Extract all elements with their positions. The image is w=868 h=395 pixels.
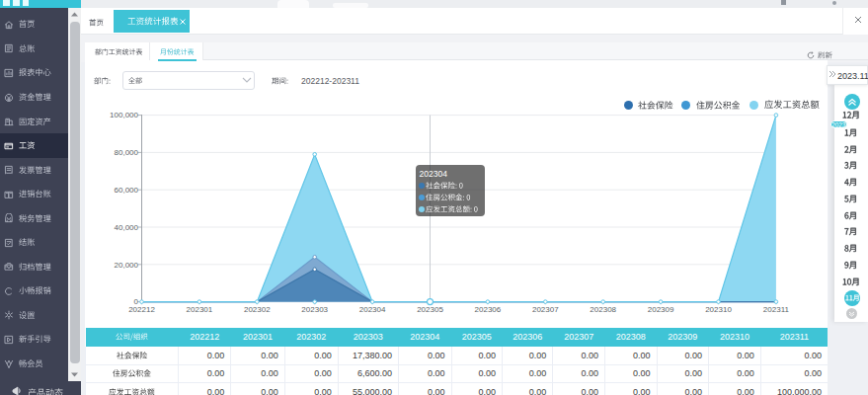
svg-text:100,000: 100,000 bbox=[110, 111, 138, 119]
svg-text:202307: 202307 bbox=[532, 305, 559, 314]
svg-text:202304: 202304 bbox=[359, 305, 386, 314]
svg-text:202310: 202310 bbox=[705, 305, 732, 314]
svg-text:202306: 202306 bbox=[475, 305, 502, 314]
svg-text:202305: 202305 bbox=[417, 305, 443, 314]
svg-text:202302: 202302 bbox=[244, 305, 271, 314]
svg-text:202303: 202303 bbox=[301, 305, 328, 314]
svg-text:202301: 202301 bbox=[187, 305, 213, 314]
svg-text:202212: 202212 bbox=[128, 305, 155, 314]
svg-text:60,000: 60,000 bbox=[115, 186, 139, 195]
svg-text:202309: 202309 bbox=[648, 305, 674, 314]
svg-text:20,000: 20,000 bbox=[115, 261, 139, 270]
svg-text:202308: 202308 bbox=[590, 305, 616, 314]
svg-text:202311: 202311 bbox=[763, 305, 790, 314]
svg-text:40,000: 40,000 bbox=[115, 223, 139, 232]
svg-text:80,000: 80,000 bbox=[115, 148, 139, 157]
